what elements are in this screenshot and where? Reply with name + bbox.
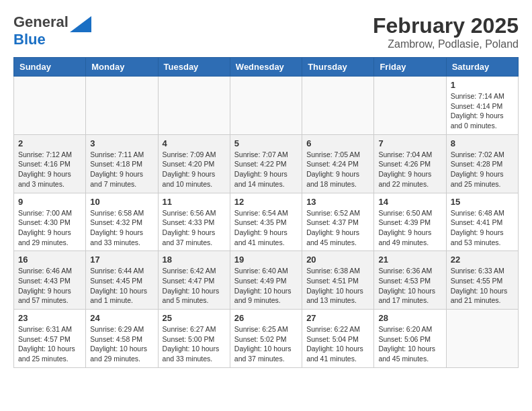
table-row [374, 77, 446, 135]
day-number: 8 [451, 138, 514, 148]
day-info: Sunrise: 6:36 AM Sunset: 4:53 PM Dayligh… [378, 266, 441, 306]
day-info: Sunrise: 6:29 AM Sunset: 4:58 PM Dayligh… [90, 324, 153, 364]
day-info: Sunrise: 7:07 AM Sunset: 4:22 PM Dayligh… [234, 150, 298, 189]
header-thursday: Thursday [302, 58, 374, 77]
table-row [158, 77, 230, 135]
table-row: 18Sunrise: 6:42 AM Sunset: 4:47 PM Dayli… [158, 251, 230, 310]
day-number: 13 [306, 197, 369, 207]
table-row [86, 77, 158, 135]
day-info: Sunrise: 6:31 AM Sunset: 4:57 PM Dayligh… [18, 324, 81, 364]
calendar-week-row: 9Sunrise: 7:00 AM Sunset: 4:30 PM Daylig… [14, 193, 519, 251]
header-friday: Friday [374, 58, 446, 77]
table-row: 28Sunrise: 6:20 AM Sunset: 5:06 PM Dayli… [374, 310, 446, 368]
table-row: 26Sunrise: 6:25 AM Sunset: 5:02 PM Dayli… [230, 310, 302, 368]
day-info: Sunrise: 6:42 AM Sunset: 4:47 PM Dayligh… [163, 266, 226, 306]
day-number: 21 [378, 255, 441, 265]
day-info: Sunrise: 6:46 AM Sunset: 4:43 PM Dayligh… [18, 266, 81, 306]
table-row: 1Sunrise: 7:14 AM Sunset: 4:14 PM Daylig… [446, 77, 518, 135]
table-row: 14Sunrise: 6:50 AM Sunset: 4:39 PM Dayli… [374, 193, 446, 251]
table-row [302, 77, 374, 135]
table-row: 16Sunrise: 6:46 AM Sunset: 4:43 PM Dayli… [14, 251, 86, 310]
day-number: 15 [451, 197, 514, 207]
day-info: Sunrise: 6:44 AM Sunset: 4:45 PM Dayligh… [90, 266, 153, 306]
calendar-week-row: 2Sunrise: 7:12 AM Sunset: 4:16 PM Daylig… [14, 134, 519, 193]
header-monday: Monday [86, 58, 158, 77]
table-row: 23Sunrise: 6:31 AM Sunset: 4:57 PM Dayli… [14, 310, 86, 368]
header-saturday: Saturday [446, 58, 518, 77]
day-info: Sunrise: 7:11 AM Sunset: 4:18 PM Dayligh… [90, 150, 153, 189]
logo-text: General Blue [13, 13, 69, 48]
day-info: Sunrise: 6:52 AM Sunset: 4:37 PM Dayligh… [306, 208, 369, 248]
day-number: 22 [451, 255, 514, 265]
table-row: 11Sunrise: 6:56 AM Sunset: 4:33 PM Dayli… [158, 193, 230, 251]
table-row: 17Sunrise: 6:44 AM Sunset: 4:45 PM Dayli… [86, 251, 158, 310]
day-info: Sunrise: 7:00 AM Sunset: 4:30 PM Dayligh… [18, 208, 81, 248]
table-row: 15Sunrise: 6:48 AM Sunset: 4:41 PM Dayli… [446, 193, 518, 251]
day-info: Sunrise: 7:12 AM Sunset: 4:16 PM Dayligh… [18, 150, 81, 189]
day-number: 1 [451, 80, 514, 90]
table-row: 2Sunrise: 7:12 AM Sunset: 4:16 PM Daylig… [14, 134, 86, 193]
day-info: Sunrise: 6:48 AM Sunset: 4:41 PM Dayligh… [451, 208, 514, 248]
table-row: 9Sunrise: 7:00 AM Sunset: 4:30 PM Daylig… [14, 193, 86, 251]
logo-blue: Blue [13, 31, 46, 48]
header-wednesday: Wednesday [230, 58, 302, 77]
table-row: 5Sunrise: 7:07 AM Sunset: 4:22 PM Daylig… [230, 134, 302, 193]
header-sunday: Sunday [14, 58, 86, 77]
day-number: 20 [306, 255, 369, 265]
table-row [446, 310, 518, 368]
table-row: 4Sunrise: 7:09 AM Sunset: 4:20 PM Daylig… [158, 134, 230, 193]
day-info: Sunrise: 7:02 AM Sunset: 4:28 PM Dayligh… [451, 150, 514, 189]
page-header: General Blue February 2025 Zambrow, Podl… [13, 13, 519, 50]
day-number: 12 [234, 197, 298, 207]
day-number: 23 [18, 313, 81, 323]
calendar-week-row: 1Sunrise: 7:14 AM Sunset: 4:14 PM Daylig… [14, 77, 519, 135]
day-number: 24 [90, 313, 153, 323]
day-info: Sunrise: 7:04 AM Sunset: 4:26 PM Dayligh… [378, 150, 441, 189]
day-number: 7 [378, 138, 441, 148]
day-info: Sunrise: 6:58 AM Sunset: 4:32 PM Dayligh… [90, 208, 153, 248]
table-row: 10Sunrise: 6:58 AM Sunset: 4:32 PM Dayli… [86, 193, 158, 251]
table-row: 24Sunrise: 6:29 AM Sunset: 4:58 PM Dayli… [86, 310, 158, 368]
table-row: 25Sunrise: 6:27 AM Sunset: 5:00 PM Dayli… [158, 310, 230, 368]
logo-icon [70, 16, 91, 32]
table-row: 12Sunrise: 6:54 AM Sunset: 4:35 PM Dayli… [230, 193, 302, 251]
table-row: 22Sunrise: 6:33 AM Sunset: 4:55 PM Dayli… [446, 251, 518, 310]
day-info: Sunrise: 6:54 AM Sunset: 4:35 PM Dayligh… [234, 208, 298, 248]
table-row: 6Sunrise: 7:05 AM Sunset: 4:24 PM Daylig… [302, 134, 374, 193]
table-row: 7Sunrise: 7:04 AM Sunset: 4:26 PM Daylig… [374, 134, 446, 193]
table-row: 20Sunrise: 6:38 AM Sunset: 4:51 PM Dayli… [302, 251, 374, 310]
day-info: Sunrise: 6:38 AM Sunset: 4:51 PM Dayligh… [306, 266, 369, 306]
calendar-table: Sunday Monday Tuesday Wednesday Thursday… [13, 57, 519, 368]
day-info: Sunrise: 6:33 AM Sunset: 4:55 PM Dayligh… [451, 266, 514, 306]
location-subtitle: Zambrow, Podlasie, Poland [373, 38, 519, 50]
table-row: 8Sunrise: 7:02 AM Sunset: 4:28 PM Daylig… [446, 134, 518, 193]
day-number: 16 [18, 255, 81, 265]
table-row: 3Sunrise: 7:11 AM Sunset: 4:18 PM Daylig… [86, 134, 158, 193]
day-number: 28 [378, 313, 441, 323]
day-number: 14 [378, 197, 441, 207]
day-info: Sunrise: 7:05 AM Sunset: 4:24 PM Dayligh… [306, 150, 369, 189]
day-number: 5 [234, 138, 298, 148]
day-number: 11 [163, 197, 226, 207]
day-number: 25 [163, 313, 226, 323]
table-row [230, 77, 302, 135]
title-section: February 2025 Zambrow, Podlasie, Poland [373, 13, 519, 50]
day-info: Sunrise: 6:50 AM Sunset: 4:39 PM Dayligh… [378, 208, 441, 248]
svg-marker-0 [70, 16, 91, 32]
day-info: Sunrise: 6:27 AM Sunset: 5:00 PM Dayligh… [163, 324, 226, 364]
calendar-week-row: 16Sunrise: 6:46 AM Sunset: 4:43 PM Dayli… [14, 251, 519, 310]
day-info: Sunrise: 6:56 AM Sunset: 4:33 PM Dayligh… [163, 208, 226, 248]
calendar-header-row: Sunday Monday Tuesday Wednesday Thursday… [14, 58, 519, 77]
day-number: 26 [234, 313, 298, 323]
table-row: 13Sunrise: 6:52 AM Sunset: 4:37 PM Dayli… [302, 193, 374, 251]
month-title: February 2025 [373, 13, 519, 38]
day-number: 3 [90, 138, 153, 148]
day-info: Sunrise: 7:14 AM Sunset: 4:14 PM Dayligh… [451, 91, 514, 131]
logo: General Blue [13, 13, 91, 48]
calendar-week-row: 23Sunrise: 6:31 AM Sunset: 4:57 PM Dayli… [14, 310, 519, 368]
header-tuesday: Tuesday [158, 58, 230, 77]
day-info: Sunrise: 6:20 AM Sunset: 5:06 PM Dayligh… [378, 324, 441, 364]
day-number: 18 [163, 255, 226, 265]
day-info: Sunrise: 6:40 AM Sunset: 4:49 PM Dayligh… [234, 266, 298, 306]
day-number: 9 [18, 197, 81, 207]
